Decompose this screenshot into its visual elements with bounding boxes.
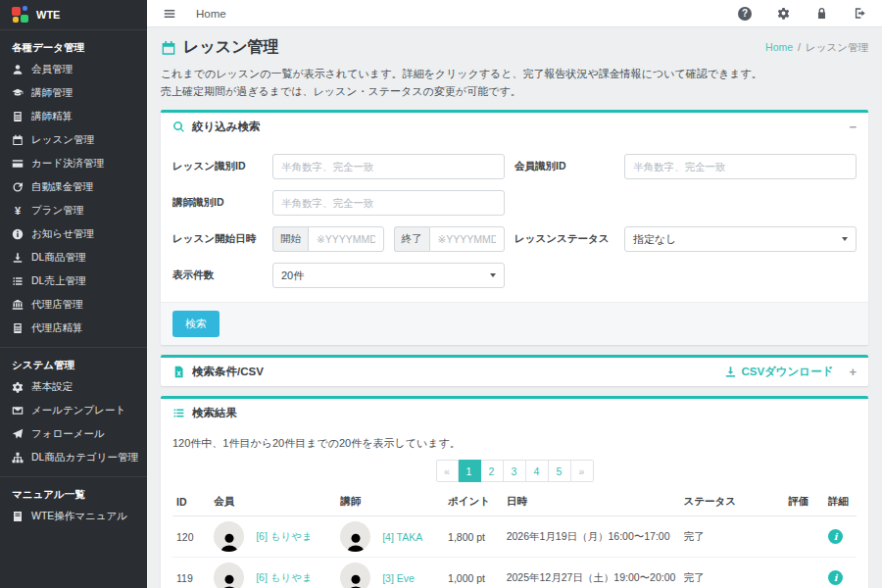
sidebar-item-mail-template[interactable]: メールテンプレート <box>0 399 147 422</box>
rating <box>784 516 824 558</box>
sidebar-item-dl-category-mgmt[interactable]: DL商品カテゴリー管理 <box>0 446 147 469</box>
search-button[interactable]: 検索 <box>172 311 220 337</box>
per-page-select[interactable]: 20件 <box>272 263 505 288</box>
sidebar-item-label: カード決済管理 <box>31 157 104 171</box>
col-points: ポイント <box>444 488 503 516</box>
sidebar-item-dl-sales-mgmt[interactable]: DL売上管理 <box>0 270 147 293</box>
csv-download-link[interactable]: CSVダウンロード <box>724 365 833 379</box>
logo-icon <box>12 6 28 23</box>
end-datetime-input[interactable] <box>429 226 506 252</box>
sidebar-section-system-mgmt: システム管理 <box>0 348 147 375</box>
page-description: これまでのレッスンの一覧が表示されています。詳細をクリックすると、完了報告状況や… <box>161 65 868 100</box>
end-prefix-label: 終了 <box>394 226 429 252</box>
breadcrumb: Home / レッスン管理 <box>765 41 868 55</box>
lesson-id-label: レッスン識別ID <box>172 160 272 173</box>
pagination-prev[interactable]: « <box>436 460 459 482</box>
results-summary: 120件中、1件目から20件目までの20件を表示しています。 <box>172 436 857 451</box>
sidebar-item-plan-mgmt[interactable]: ¥プラン管理 <box>0 199 147 222</box>
sidebar-item-follow-mail[interactable]: フォローメール <box>0 422 147 446</box>
sidebar-item-label: WTE操作マニュアル <box>31 510 127 523</box>
sidebar-item-basic-settings[interactable]: 基本設定 <box>0 375 147 399</box>
lock-icon[interactable] <box>815 7 828 20</box>
member-id-input[interactable] <box>624 154 857 179</box>
member-link[interactable]: [6] もりやま <box>256 530 313 542</box>
user-icon <box>12 64 24 75</box>
calendar-icon <box>12 134 24 146</box>
member-avatar <box>214 563 244 588</box>
sidebar-item-wte-manual[interactable]: WTE操作マニュアル <box>0 505 147 528</box>
table-row: 120 [6] もりやま [4] TAKA 1,800 pt 2026年1月19… <box>172 516 857 558</box>
sidebar-item-label: DL商品カテゴリー管理 <box>31 451 138 465</box>
chevron-down-icon <box>490 273 496 277</box>
sidebar-item-lesson-mgmt[interactable]: レッスン管理 <box>0 128 147 152</box>
results-table: ID 会員 講師 ポイント 日時 ステータス 評価 詳細 <box>172 488 857 588</box>
page-title: レッスン管理 <box>161 37 279 58</box>
sidebar-item-dl-product-mgmt[interactable]: DL商品管理 <box>0 246 147 270</box>
sidebar-item-member-mgmt[interactable]: 会員管理 <box>0 58 147 81</box>
teacher-link[interactable]: [3] Eve <box>382 572 415 584</box>
breadcrumb-home-link[interactable]: Home <box>765 41 793 55</box>
sidebar-item-label: DL売上管理 <box>31 274 85 288</box>
col-rating: 評価 <box>784 488 824 516</box>
sidebar-item-agency-mgmt[interactable]: 代理店管理 <box>0 293 147 317</box>
lesson-datetime: 2026年1月19日（月）16:00〜17:00 <box>503 516 680 558</box>
col-teacher: 講師 <box>336 488 444 516</box>
member-link[interactable]: [6] もりやま <box>256 571 313 583</box>
sidebar-item-card-payment[interactable]: カード決済管理 <box>0 152 147 175</box>
sidebar-item-auto-billing[interactable]: 自動課金管理 <box>0 175 147 199</box>
lesson-status-label: レッスンステータス <box>514 232 624 246</box>
sidebar-item-notice-mgmt[interactable]: お知らせ管理 <box>0 222 147 246</box>
teacher-id-input[interactable] <box>272 190 505 216</box>
download-icon <box>724 366 737 378</box>
person-icon <box>218 572 241 588</box>
sidebar-item-label: お知らせ管理 <box>31 227 94 241</box>
book-icon <box>12 511 24 522</box>
lesson-id-input[interactable] <box>272 154 505 179</box>
calculator-icon <box>12 111 24 122</box>
status: 完了 <box>679 516 784 558</box>
pagination-page-2[interactable]: 2 <box>481 460 504 482</box>
col-detail: 詳細 <box>824 488 857 516</box>
detail-info-icon[interactable]: i <box>828 570 843 585</box>
teacher-avatar <box>340 563 370 588</box>
teacher-avatar <box>340 521 370 552</box>
sidebar: WTE 各種データ管理 会員管理 講師管理 講師精算 レッスン管理 カード決済管… <box>0 0 147 588</box>
rating <box>784 558 824 588</box>
search-icon <box>172 121 185 133</box>
breadcrumb-current: レッスン管理 <box>806 41 868 55</box>
pagination-page-3[interactable]: 3 <box>504 460 526 482</box>
pagination-page-5[interactable]: 5 <box>549 460 571 482</box>
pagination-page-4[interactable]: 4 <box>526 460 549 482</box>
sidebar-item-teacher-settlement[interactable]: 講師精算 <box>0 105 147 128</box>
lesson-id: 120 <box>172 516 210 558</box>
filter-card-title: 絞り込み検索 <box>192 120 261 134</box>
help-icon[interactable]: ? <box>738 7 752 21</box>
teacher-link[interactable]: [4] TAKA <box>382 531 422 543</box>
results-card-title: 検索結果 <box>192 406 237 420</box>
col-member: 会員 <box>210 488 336 516</box>
topbar-home-link[interactable]: Home <box>196 8 226 20</box>
graduation-cap-icon <box>12 87 24 99</box>
pagination-page-1[interactable]: 1 <box>459 460 481 482</box>
yen-icon: ¥ <box>12 205 24 217</box>
list-icon <box>12 275 24 287</box>
lesson-status-select[interactable]: 指定なし <box>624 226 857 252</box>
hamburger-menu-icon[interactable] <box>163 7 176 21</box>
results-card: 検索結果 120件中、1件目から20件目までの20件を表示しています。 « 1 … <box>161 396 868 588</box>
filter-card: 絞り込み検索 − レッスン識別ID 会員識別ID <box>161 110 868 345</box>
start-datetime-input[interactable] <box>308 226 384 252</box>
detail-info-icon[interactable]: i <box>828 529 843 544</box>
gear-icon[interactable] <box>777 7 790 20</box>
sidebar-section-data-mgmt: 各種データ管理 <box>0 30 147 58</box>
sidebar-item-teacher-mgmt[interactable]: 講師管理 <box>0 81 147 105</box>
app-logo[interactable]: WTE <box>0 0 147 30</box>
person-icon <box>344 572 368 588</box>
gear-icon <box>12 381 24 393</box>
col-datetime: 日時 <box>503 488 680 516</box>
pagination-next[interactable]: » <box>571 460 594 482</box>
sidebar-item-agency-settlement[interactable]: 代理店精算 <box>0 317 147 340</box>
collapse-icon[interactable]: − <box>849 121 857 133</box>
refresh-icon <box>12 181 24 193</box>
expand-icon[interactable]: + <box>849 366 857 378</box>
logout-icon[interactable] <box>854 7 866 20</box>
